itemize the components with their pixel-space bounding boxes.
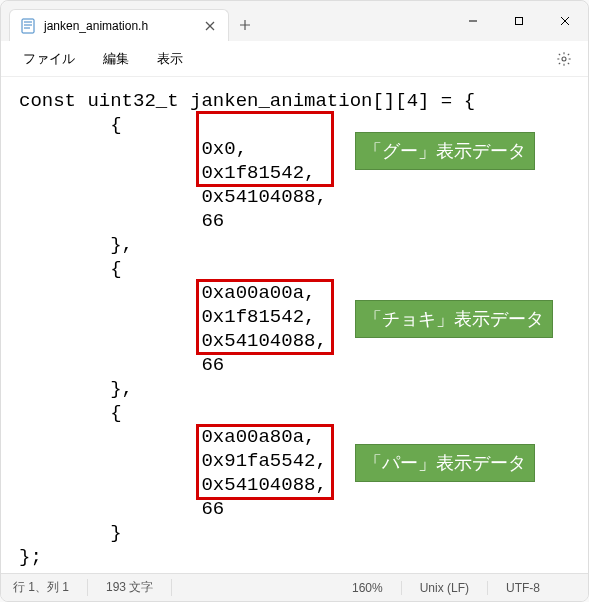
close-window-button[interactable]	[542, 5, 588, 37]
code-line: const uint32_t janken_animation[][4] = {	[1, 89, 588, 113]
highlight-box-choki	[196, 279, 334, 355]
minimize-button[interactable]	[450, 5, 496, 37]
gear-icon[interactable]	[550, 45, 578, 73]
maximize-button[interactable]	[496, 5, 542, 37]
status-zoom[interactable]: 160%	[352, 581, 402, 595]
code-line: {	[1, 401, 588, 425]
close-icon[interactable]	[202, 18, 218, 34]
status-encoding[interactable]: UTF-8	[506, 581, 558, 595]
tab-strip: janken_animation.h	[1, 1, 450, 41]
code-line: };	[1, 545, 588, 569]
annotation-choki: 「チョキ」表示データ	[355, 300, 553, 338]
code-line: },	[1, 233, 588, 257]
code-line: },	[1, 377, 588, 401]
tab-active[interactable]: janken_animation.h	[9, 9, 229, 41]
svg-point-12	[562, 57, 566, 61]
notepad-icon	[20, 18, 36, 34]
code-line: {	[1, 257, 588, 281]
menu-file[interactable]: ファイル	[11, 44, 87, 74]
code-line: 66	[1, 497, 588, 521]
menu-edit[interactable]: 編集	[91, 44, 141, 74]
code-line: 0x54104088,	[1, 185, 588, 209]
menubar: ファイル 編集 表示	[1, 41, 588, 77]
code-line: }	[1, 521, 588, 545]
highlight-box-pa	[196, 424, 334, 500]
svg-rect-0	[22, 19, 34, 33]
code-line: 66	[1, 353, 588, 377]
svg-rect-9	[516, 18, 523, 25]
menu-view[interactable]: 表示	[145, 44, 195, 74]
status-cursor: 行 1、列 1	[13, 579, 88, 596]
statusbar: 行 1、列 1 193 文字 160% Unix (LF) UTF-8	[1, 573, 588, 601]
titlebar: janken_animation.h	[1, 1, 588, 41]
status-charcount: 193 文字	[106, 579, 172, 596]
new-tab-button[interactable]	[229, 9, 261, 41]
annotation-gu: 「グー」表示データ	[355, 132, 535, 170]
tab-title: janken_animation.h	[44, 19, 148, 33]
annotation-pa: 「パー」表示データ	[355, 444, 535, 482]
highlight-box-gu	[196, 111, 334, 187]
code-line: 66	[1, 209, 588, 233]
window-controls	[450, 1, 588, 41]
editor-area[interactable]: const uint32_t janken_animation[][4] = {…	[1, 77, 588, 573]
status-eol[interactable]: Unix (LF)	[420, 581, 488, 595]
